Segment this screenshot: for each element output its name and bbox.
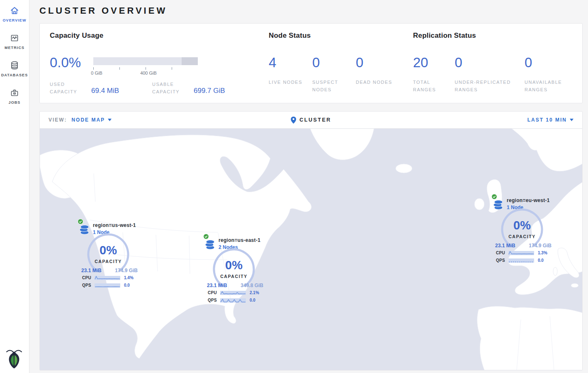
gauge-percent: 0% bbox=[491, 219, 554, 232]
gauge-percent: 0% bbox=[77, 244, 140, 257]
stat-value: 0 bbox=[312, 55, 356, 70]
node-widget-us-east-1[interactable]: region=us-east-1 2 Nodes 0% CAPACITY 23.… bbox=[202, 236, 265, 305]
replication-status-section: Replication Status 20 TOTAL RANGES 0 UND… bbox=[413, 32, 572, 103]
main-content: CLUSTER OVERVIEW Capacity Usage 0.0% 0 G… bbox=[29, 5, 588, 371]
chevron-down-icon bbox=[108, 119, 112, 121]
cpu-value: 2.1% bbox=[250, 290, 259, 295]
gauge-label: CAPACITY bbox=[202, 274, 265, 279]
node-usable-capacity: 349.8 GiB bbox=[241, 283, 263, 288]
replication-status-title: Replication Status bbox=[413, 32, 572, 40]
node-map: region=us-west-1 1 Node 0% CAPACITY 23.1… bbox=[40, 129, 582, 370]
view-selector-value: NODE MAP bbox=[71, 117, 105, 123]
sidebar-item-label: OVERVIEW bbox=[2, 18, 26, 22]
home-icon bbox=[10, 6, 19, 16]
cpu-sparkline bbox=[95, 275, 120, 280]
sidebar-item-overview[interactable]: OVERVIEW bbox=[2, 6, 26, 22]
cpu-label: CPU bbox=[496, 251, 508, 255]
node-used-capacity: 23.1 MiB bbox=[207, 283, 227, 288]
stat-value: 0 bbox=[525, 55, 572, 70]
capacity-bar-segment bbox=[182, 57, 198, 65]
map-pin-icon bbox=[291, 117, 296, 124]
database-stack-icon bbox=[79, 224, 90, 235]
sidebar-item-label: JOBS bbox=[9, 100, 21, 105]
capacity-bar: 0 GiB 400 GiB bbox=[93, 57, 198, 76]
page-title: CLUSTER OVERVIEW bbox=[39, 5, 583, 16]
node-usable-capacity: 174.9 GiB bbox=[529, 243, 552, 249]
chevron-down-icon bbox=[570, 119, 573, 121]
axis-tick-label: 400 GiB bbox=[140, 71, 157, 76]
time-range-selector[interactable]: LAST 10 MIN bbox=[527, 117, 573, 123]
database-stack-icon bbox=[204, 239, 216, 250]
node-region-label: region=eu-west-1 bbox=[507, 197, 550, 203]
stat-value: 0 bbox=[455, 55, 525, 70]
jobs-icon bbox=[10, 88, 19, 98]
sidebar-item-databases[interactable]: DATABASES bbox=[1, 61, 28, 77]
sidebar-item-metrics[interactable]: METRICS bbox=[5, 33, 24, 50]
dead-nodes-stat: 0 DEAD NODES bbox=[356, 55, 399, 93]
capacity-percent: 0.0% bbox=[50, 55, 93, 76]
stat-value: 20 bbox=[413, 55, 455, 70]
cpu-label: CPU bbox=[82, 275, 95, 280]
stat-label: LIVE NODES bbox=[269, 79, 306, 86]
axis-tick bbox=[119, 67, 120, 70]
axis-tick bbox=[172, 67, 172, 70]
used-capacity-stat: USED CAPACITY 69.4 MiB bbox=[50, 81, 152, 95]
capacity-bar-track bbox=[93, 57, 198, 65]
qps-label: QPS bbox=[82, 283, 95, 288]
qps-sparkline bbox=[95, 283, 120, 288]
node-map-card: VIEW: NODE MAP CLUSTER LAST 10 MIN bbox=[39, 111, 583, 371]
capacity-usage-section: Capacity Usage 0.0% 0 GiB 400 GiB U bbox=[50, 32, 269, 103]
node-widget-eu-west-1[interactable]: region=eu-west-1 1 Node 0% CAPACITY 23.1… bbox=[491, 196, 554, 265]
axis-tick bbox=[146, 67, 146, 70]
databases-icon bbox=[10, 61, 19, 71]
breadcrumb-label: CLUSTER bbox=[299, 117, 331, 123]
usable-capacity-stat: USABLE CAPACITY 699.7 GiB bbox=[152, 81, 225, 95]
stat-label: USED CAPACITY bbox=[50, 81, 86, 95]
cpu-sparkline bbox=[508, 250, 534, 256]
cpu-value: 1.4% bbox=[124, 275, 134, 280]
stat-label: DEAD NODES bbox=[356, 79, 393, 86]
node-widget-us-west-1[interactable]: region=us-west-1 1 Node 0% CAPACITY 23.1… bbox=[77, 221, 140, 290]
qps-sparkline bbox=[220, 297, 246, 303]
stat-value: 699.7 GiB bbox=[194, 87, 225, 95]
sidebar-item-label: METRICS bbox=[5, 46, 24, 50]
node-status-section: Node Status 4 LIVE NODES 0 SUSPECT NODES… bbox=[269, 32, 413, 103]
stat-value: 0 bbox=[356, 55, 399, 70]
time-range-value: LAST 10 MIN bbox=[527, 117, 567, 123]
summary-card: Capacity Usage 0.0% 0 GiB 400 GiB U bbox=[39, 23, 583, 103]
stat-label: SUSPECT NODES bbox=[312, 79, 350, 93]
gauge-label: CAPACITY bbox=[77, 259, 140, 264]
qps-value: 0.0 bbox=[538, 258, 544, 263]
suspect-nodes-stat: 0 SUSPECT NODES bbox=[312, 55, 356, 93]
sidebar-item-jobs[interactable]: JOBS bbox=[9, 88, 21, 105]
view-selector[interactable]: NODE MAP bbox=[71, 117, 112, 123]
capacity-usage-title: Capacity Usage bbox=[50, 32, 269, 40]
axis-tick bbox=[93, 67, 94, 70]
stat-value: 4 bbox=[269, 55, 312, 70]
breadcrumb[interactable]: CLUSTER bbox=[291, 117, 331, 124]
view-label: VIEW: bbox=[49, 117, 67, 123]
qps-label: QPS bbox=[208, 298, 220, 302]
database-stack-icon bbox=[493, 200, 504, 210]
cpu-label: CPU bbox=[208, 290, 220, 295]
axis-tick-label: 0 GiB bbox=[91, 71, 102, 76]
node-region-label: region=us-west-1 bbox=[93, 222, 136, 228]
node-usable-capacity: 174.9 GiB bbox=[115, 268, 138, 273]
sidebar-item-label: DATABASES bbox=[1, 73, 28, 77]
node-used-capacity: 23.1 MiB bbox=[81, 268, 102, 273]
gauge-percent: 0% bbox=[202, 258, 265, 272]
cockroachdb-logo bbox=[5, 348, 23, 371]
stat-label: USABLE CAPACITY bbox=[152, 81, 189, 95]
gauge-label: CAPACITY bbox=[491, 234, 554, 239]
qps-sparkline bbox=[508, 258, 534, 263]
stat-label: TOTAL RANGES bbox=[413, 79, 450, 93]
qps-value: 0.0 bbox=[124, 283, 130, 288]
node-status-title: Node Status bbox=[269, 32, 413, 40]
metrics-icon bbox=[10, 33, 19, 43]
healthy-check-icon bbox=[78, 219, 83, 224]
stat-value: 69.4 MiB bbox=[91, 87, 119, 95]
map-toolbar: VIEW: NODE MAP CLUSTER LAST 10 MIN bbox=[40, 112, 582, 129]
cpu-sparkline bbox=[220, 290, 246, 295]
healthy-check-icon bbox=[491, 194, 497, 200]
unavailable-ranges-stat: 0 UNAVAILABLE RANGES bbox=[525, 55, 572, 93]
